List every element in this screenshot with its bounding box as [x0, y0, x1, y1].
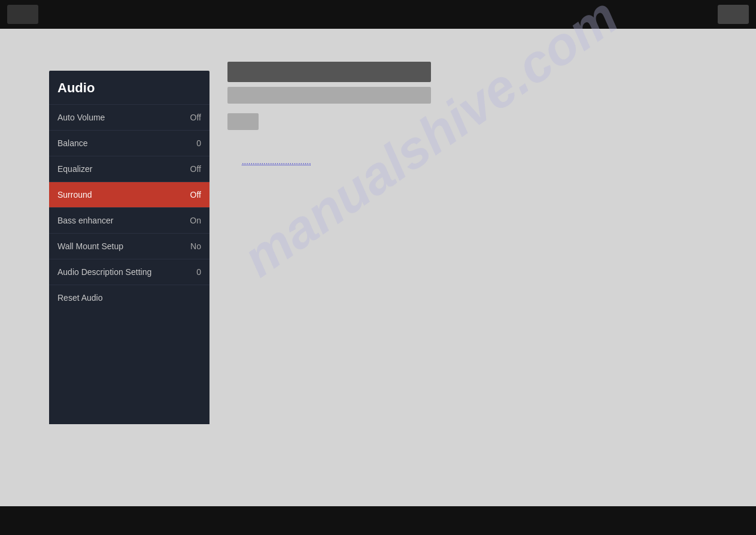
menu-item-auto-volume[interactable]: Auto Volume Off	[49, 104, 210, 130]
panel-empty-space	[49, 310, 210, 424]
top-bar	[0, 0, 756, 29]
audio-panel: Audio Auto Volume Off Balance 0 Equalize…	[49, 71, 210, 424]
menu-item-audio-description-setting[interactable]: Audio Description Setting 0	[49, 259, 210, 285]
main-content: Audio Auto Volume Off Balance 0 Equalize…	[0, 29, 756, 506]
bullet-item-1	[242, 137, 461, 147]
menu-item-wall-mount-setup-label: Wall Mount Setup	[57, 241, 123, 251]
content-light-bar	[227, 87, 431, 104]
menu-item-surround-label: Surround	[57, 190, 92, 200]
menu-item-bass-enhancer-value: On	[190, 216, 201, 225]
right-content: ................................	[227, 62, 461, 176]
dotted-link[interactable]: ................................	[242, 157, 311, 166]
menu-item-bass-enhancer[interactable]: Bass enhancer On	[49, 207, 210, 233]
menu-item-wall-mount-setup-value: No	[190, 241, 201, 251]
menu-item-balance[interactable]: Balance 0	[49, 130, 210, 156]
menu-item-auto-volume-value: Off	[190, 113, 201, 122]
menu-item-balance-label: Balance	[57, 138, 88, 148]
menu-item-surround[interactable]: Surround Off	[49, 182, 210, 207]
top-bar-left-button[interactable]	[7, 5, 38, 24]
menu-item-surround-value: Off	[190, 190, 201, 200]
menu-item-equalizer[interactable]: Equalizer Off	[49, 156, 210, 182]
menu-item-balance-value: 0	[196, 138, 201, 148]
menu-item-reset-audio[interactable]: Reset Audio	[49, 285, 210, 310]
top-bar-right-button[interactable]	[718, 5, 749, 24]
menu-item-audio-description-setting-label: Audio Description Setting	[57, 267, 151, 277]
menu-item-equalizer-label: Equalizer	[57, 164, 92, 174]
content-button[interactable]	[227, 113, 259, 130]
content-dark-bar	[227, 62, 431, 82]
bullet-list: ................................	[227, 137, 461, 166]
menu-item-auto-volume-label: Auto Volume	[57, 113, 105, 122]
menu-item-wall-mount-setup[interactable]: Wall Mount Setup No	[49, 233, 210, 259]
menu-item-reset-audio-label: Reset Audio	[57, 293, 103, 303]
bullet-item-2: ................................	[242, 156, 461, 166]
menu-item-equalizer-value: Off	[190, 164, 201, 174]
bottom-bar	[0, 506, 756, 535]
menu-item-audio-description-setting-value: 0	[196, 267, 201, 277]
menu-item-bass-enhancer-label: Bass enhancer	[57, 216, 113, 225]
audio-panel-title: Audio	[49, 71, 210, 104]
